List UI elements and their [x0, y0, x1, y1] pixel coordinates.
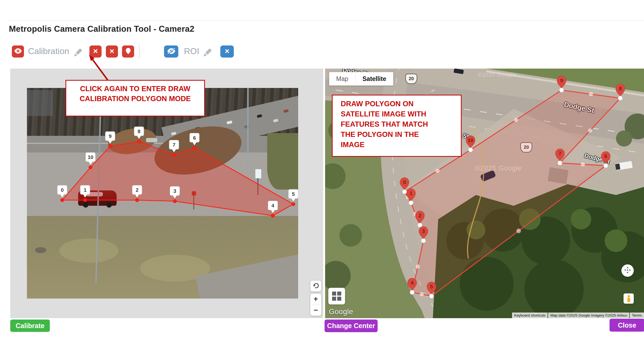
- route-shield-icon: 20: [520, 142, 532, 152]
- map-attribution-bar: Keyboard shortcuts Map data ©2025 Google…: [512, 313, 644, 318]
- calibration-clear-image-button[interactable]: ×: [89, 45, 102, 58]
- photo-stop-sign: [192, 191, 196, 196]
- pegman-streetview-button[interactable]: [624, 293, 634, 304]
- roi-visibility-button[interactable]: [164, 45, 178, 58]
- terms-link[interactable]: Terms: [630, 313, 644, 318]
- street-label: Dodge St: [563, 100, 595, 115]
- photo-car-wheel: [83, 202, 88, 208]
- photo-road-sign-post: [257, 178, 258, 195]
- note-line: FEATURES THAT MATCH: [341, 119, 461, 129]
- photo-stop-sign-post: [193, 196, 194, 210]
- calibration-marker-button[interactable]: [122, 45, 134, 58]
- pan-control-button[interactable]: [621, 264, 634, 277]
- x-icon: ×: [93, 47, 98, 55]
- tilt-grid-button[interactable]: [328, 288, 345, 304]
- calibration-visibility-button[interactable]: [12, 45, 24, 58]
- grid-icon: [332, 292, 341, 301]
- tab-satellite[interactable]: Satellite: [356, 72, 393, 86]
- change-center-button[interactable]: Change Center: [325, 320, 378, 332]
- arrows-out-icon: [624, 267, 631, 275]
- photo-light-pole: [247, 88, 249, 167]
- photo-grass-hill: [267, 133, 298, 190]
- map-type-tabs: Map Satellite: [329, 72, 393, 86]
- map-data-text: Map data ©2025 Google Imagery ©2025 Airb…: [548, 313, 629, 318]
- photo-manhole: [35, 247, 46, 253]
- photo-grass-patch: [59, 239, 119, 263]
- map-marker-icon: [126, 48, 131, 56]
- roi-clear-button[interactable]: ×: [220, 45, 234, 58]
- route-shield-icon: 20: [405, 74, 417, 84]
- google-logo: Google: [329, 308, 353, 316]
- keyboard-shortcuts-link[interactable]: Keyboard shortcuts: [512, 313, 548, 318]
- note-line: IMAGE: [341, 140, 461, 150]
- x-icon: ×: [110, 47, 114, 55]
- photo-road-sign: [255, 169, 262, 179]
- close-button[interactable]: Close: [610, 319, 644, 332]
- google-watermark: ©2025 Google: [475, 164, 522, 172]
- header-divider: [7, 20, 644, 20]
- satellite-instruction-note: DRAW POLYGON ON SATELLITE IMAGE WITH FEA…: [332, 95, 462, 157]
- photo-car-wheel: [106, 202, 112, 208]
- calibrate-button[interactable]: Calibrate: [10, 320, 50, 332]
- rotate-map-button[interactable]: [310, 281, 321, 292]
- roi-label: ROI: [184, 46, 199, 56]
- photo-gray-car: [146, 138, 157, 142]
- roi-edit-pencil-icon[interactable]: [203, 47, 213, 57]
- calibration-label: Calibration: [28, 46, 69, 56]
- calibration-clear-map-button[interactable]: ×: [106, 45, 118, 58]
- camera-image[interactable]: [27, 88, 298, 299]
- page-title: Metropolis Camera Calibration Tool - Cam…: [9, 24, 194, 34]
- photo-building: [27, 90, 53, 116]
- note-line: DRAW POLYGON ON: [341, 99, 461, 109]
- calibration-edit-pencil-icon[interactable]: [73, 47, 83, 57]
- zoom-in-button[interactable]: +: [310, 294, 321, 305]
- calibration-instruction-note: CLICK AGAIN TO ENTER DRAW CALIBRATION PO…: [65, 80, 205, 116]
- note-line: CALIBRATION POLYGON MODE: [66, 94, 204, 104]
- tab-map[interactable]: Map: [329, 72, 355, 86]
- street-label: Dodge St: [584, 152, 611, 165]
- note-line: CLICK AGAIN TO ENTER DRAW: [66, 84, 204, 94]
- toolbar-divider: [139, 44, 140, 59]
- google-watermark: ©2025 Google: [478, 72, 516, 78]
- zoom-control: + −: [310, 294, 321, 316]
- x-icon: ×: [225, 47, 229, 55]
- eye-icon: [14, 48, 22, 55]
- eye-slash-icon: [167, 48, 176, 55]
- pegman-icon: [627, 295, 631, 302]
- note-line: SATELLITE IMAGE WITH: [341, 109, 461, 119]
- note-line: THE POLYGON IN THE: [341, 129, 461, 140]
- zoom-out-button[interactable]: −: [310, 305, 321, 316]
- rotate-icon: [313, 282, 319, 290]
